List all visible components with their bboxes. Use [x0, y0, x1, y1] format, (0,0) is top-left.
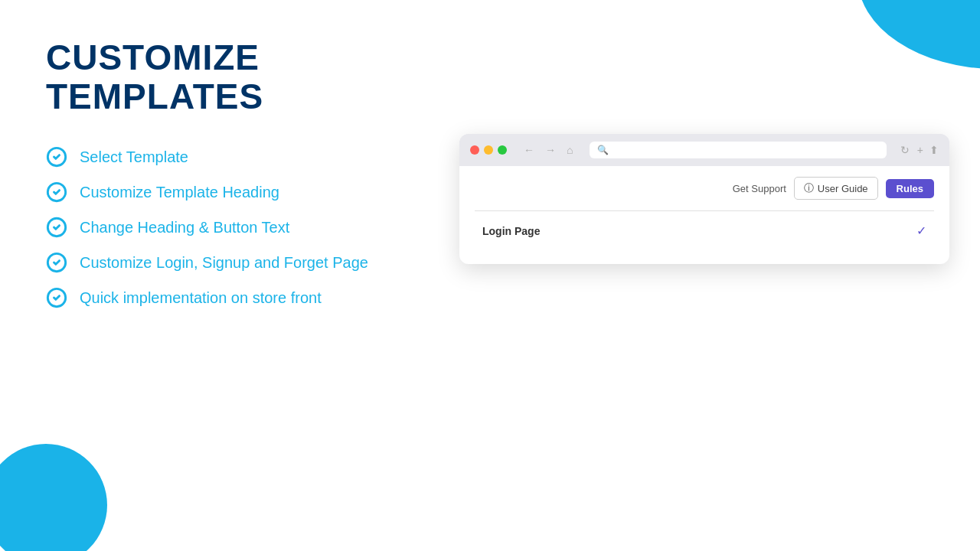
- feature-label: Customize Login, Signup and Forget Page: [80, 254, 368, 272]
- minimize-button-tl[interactable]: [484, 145, 493, 155]
- check-circle-icon: [46, 217, 67, 238]
- left-panel: CUSTOMIZE TEMPLATES Select Template Cust…: [46, 38, 429, 308]
- home-icon[interactable]: ⌂: [564, 142, 576, 158]
- user-guide-icon: ⓘ: [804, 181, 814, 195]
- feature-item-f3: Change Heading & Button Text: [46, 217, 429, 238]
- check-circle-icon: [46, 287, 67, 308]
- get-support-link[interactable]: Get Support: [733, 183, 786, 194]
- deco-bottom-left: [0, 444, 107, 551]
- browser-content: Get Support ⓘ User Guide Rules Login Pag…: [459, 166, 949, 264]
- address-bar[interactable]: 🔍: [590, 142, 886, 158]
- deco-top-right: [858, 0, 980, 69]
- feature-item-f4: Customize Login, Signup and Forget Page: [46, 252, 429, 273]
- check-circle-icon: [46, 252, 67, 273]
- user-guide-button[interactable]: ⓘ User Guide: [794, 177, 878, 200]
- feature-label: Customize Template Heading: [80, 184, 279, 201]
- traffic-lights: [470, 145, 507, 155]
- check-circle-icon: [46, 146, 67, 168]
- top-bar-actions: Get Support ⓘ User Guide Rules: [475, 177, 934, 200]
- back-arrow-icon[interactable]: ←: [521, 142, 537, 158]
- feature-list: Select Template Customize Template Headi…: [46, 146, 429, 308]
- section-header: Login Page ✓: [482, 223, 926, 238]
- share-icon[interactable]: ⬆: [929, 144, 939, 156]
- forward-arrow-icon[interactable]: →: [542, 142, 559, 158]
- feature-item-f1: Select Template: [46, 146, 429, 168]
- close-button-tl[interactable]: [470, 145, 479, 155]
- feature-label: Change Heading & Button Text: [80, 219, 289, 236]
- feature-label: Quick implementation on store front: [80, 289, 322, 307]
- browser-mockup: ← → ⌂ 🔍 ↻ + ⬆ Get Support ⓘ User Guide R…: [459, 134, 949, 264]
- rules-button[interactable]: Rules: [886, 179, 934, 198]
- browser-actions: + ⬆: [917, 144, 939, 156]
- browser-topbar: ← → ⌂ 🔍 ↻ + ⬆: [459, 134, 949, 166]
- maximize-button-tl[interactable]: [498, 145, 507, 155]
- tab-bar: [475, 210, 934, 211]
- feature-item-f5: Quick implementation on store front: [46, 287, 429, 308]
- form-section: Login Page ✓: [475, 223, 934, 238]
- browser-nav: ← → ⌂: [521, 142, 576, 158]
- reload-icon[interactable]: ↻: [900, 144, 910, 156]
- feature-label: Select Template: [80, 148, 188, 166]
- add-tab-icon[interactable]: +: [917, 144, 923, 156]
- search-icon: 🔍: [597, 145, 609, 155]
- section-check-icon: ✓: [916, 223, 926, 238]
- check-circle-icon: [46, 181, 67, 203]
- page-title: CUSTOMIZE TEMPLATES: [46, 38, 429, 116]
- section-title: Login Page: [482, 225, 540, 237]
- feature-item-f2: Customize Template Heading: [46, 181, 429, 203]
